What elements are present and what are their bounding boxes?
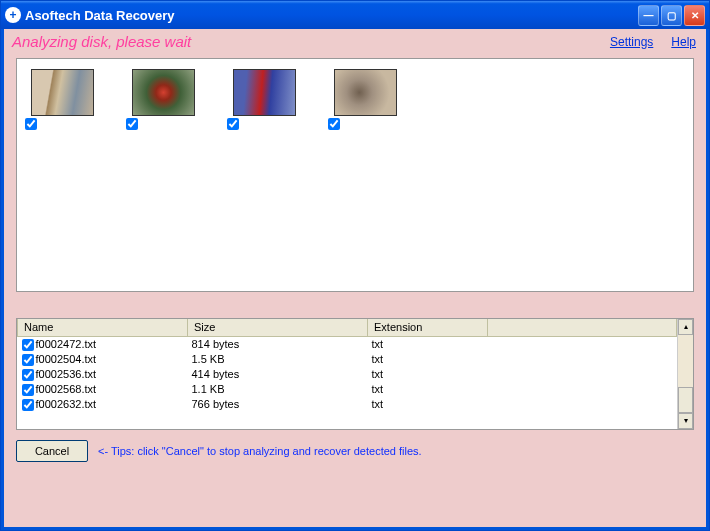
file-size: 414 bytes xyxy=(188,367,368,382)
minimize-button[interactable]: — xyxy=(638,5,659,26)
window-title: Asoftech Data Recovery xyxy=(25,8,638,23)
scrollbar[interactable]: ▴ ▾ xyxy=(677,319,693,429)
scroll-track[interactable] xyxy=(678,335,693,413)
column-spacer xyxy=(488,319,677,336)
scroll-thumb[interactable] xyxy=(678,387,693,413)
file-size: 1.1 KB xyxy=(188,382,368,397)
window-controls: — ▢ ✕ xyxy=(638,5,705,26)
thumbnail-checkbox[interactable] xyxy=(227,118,239,132)
file-name: f0002568.txt xyxy=(36,383,97,395)
file-checkbox[interactable] xyxy=(22,339,34,351)
thumbnail-checkbox[interactable] xyxy=(25,118,37,132)
settings-link[interactable]: Settings xyxy=(610,35,653,49)
table-row[interactable]: f0002568.txt1.1 KBtxt xyxy=(18,382,677,397)
client-area: Analyzing disk, please wait Settings Hel… xyxy=(1,29,709,530)
status-text: Analyzing disk, please wait xyxy=(12,33,592,50)
tips-text: <- Tips: click "Cancel" to stop analyzin… xyxy=(98,445,422,457)
footer: Cancel <- Tips: click "Cancel" to stop a… xyxy=(16,440,694,462)
scroll-up-button[interactable]: ▴ xyxy=(678,319,693,335)
column-size[interactable]: Size xyxy=(188,319,368,336)
column-name[interactable]: Name xyxy=(18,319,188,336)
app-icon: + xyxy=(5,7,21,23)
table-header-row: Name Size Extension xyxy=(18,319,677,336)
file-size: 814 bytes xyxy=(188,336,368,352)
file-checkbox[interactable] xyxy=(22,354,34,366)
app-window: + Asoftech Data Recovery — ▢ ✕ Analyzing… xyxy=(0,0,710,531)
thumbnail-checkbox[interactable] xyxy=(126,118,138,132)
cancel-button[interactable]: Cancel xyxy=(16,440,88,462)
thumbnail-item[interactable] xyxy=(132,69,195,116)
column-extension[interactable]: Extension xyxy=(368,319,488,336)
titlebar[interactable]: + Asoftech Data Recovery — ▢ ✕ xyxy=(1,1,709,29)
thumbnail-checkbox[interactable] xyxy=(328,118,340,132)
file-ext: txt xyxy=(368,382,488,397)
file-size: 1.5 KB xyxy=(188,352,368,367)
files-scroll: Name Size Extension f0002472.txt814 byte… xyxy=(17,319,693,429)
file-ext: txt xyxy=(368,336,488,352)
thumbnail-image[interactable] xyxy=(233,69,296,116)
files-table: Name Size Extension f0002472.txt814 byte… xyxy=(17,319,677,412)
scroll-down-button[interactable]: ▾ xyxy=(678,413,693,429)
file-checkbox[interactable] xyxy=(22,399,34,411)
thumbnail-image[interactable] xyxy=(31,69,94,116)
thumbnail-item[interactable] xyxy=(334,69,397,116)
file-ext: txt xyxy=(368,367,488,382)
thumbnail-item[interactable] xyxy=(31,69,94,116)
thumbnail-image[interactable] xyxy=(334,69,397,116)
thumbnail-item[interactable] xyxy=(233,69,296,116)
table-row[interactable]: f0002632.txt766 bytestxt xyxy=(18,397,677,412)
header-row: Analyzing disk, please wait Settings Hel… xyxy=(4,29,706,52)
file-name: f0002536.txt xyxy=(36,368,97,380)
files-panel: Name Size Extension f0002472.txt814 byte… xyxy=(16,318,694,430)
thumbnail-image[interactable] xyxy=(132,69,195,116)
table-row[interactable]: f0002536.txt414 bytestxt xyxy=(18,367,677,382)
file-name: f0002472.txt xyxy=(36,338,97,350)
file-name: f0002504.txt xyxy=(36,353,97,365)
file-checkbox[interactable] xyxy=(22,384,34,396)
file-size: 766 bytes xyxy=(188,397,368,412)
file-checkbox[interactable] xyxy=(22,369,34,381)
close-button[interactable]: ✕ xyxy=(684,5,705,26)
thumbnails-row xyxy=(21,69,689,116)
maximize-button[interactable]: ▢ xyxy=(661,5,682,26)
table-row[interactable]: f0002504.txt1.5 KBtxt xyxy=(18,352,677,367)
file-name: f0002632.txt xyxy=(36,398,97,410)
help-link[interactable]: Help xyxy=(671,35,696,49)
file-ext: txt xyxy=(368,397,488,412)
table-row[interactable]: f0002472.txt814 bytestxt xyxy=(18,336,677,352)
thumbnails-panel xyxy=(16,58,694,292)
file-ext: txt xyxy=(368,352,488,367)
